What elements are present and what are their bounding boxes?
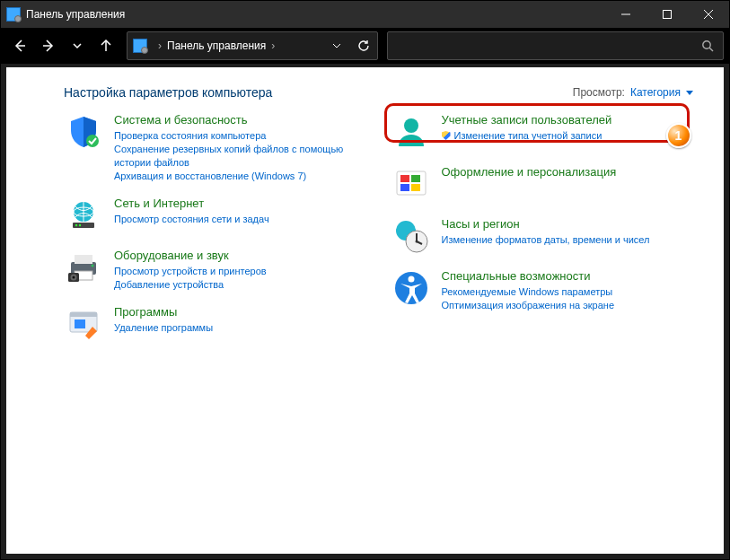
svg-point-35 [415,241,418,243]
forward-button[interactable] [35,32,62,59]
minimize-button[interactable] [605,1,646,28]
category-title[interactable]: Сеть и Интернет [114,196,370,212]
svg-point-18 [92,265,94,267]
view-value: Категория [630,86,681,99]
svg-point-21 [73,276,75,279]
category-title[interactable]: Система и безопасность [114,112,370,128]
view-label: Просмотр: [573,86,625,99]
category-link[interactable]: Просмотр устройств и принтеров [114,265,370,278]
svg-rect-23 [70,312,97,317]
category-link[interactable]: Удаление программы [114,321,370,335]
close-button[interactable] [688,1,729,28]
category-clock: Часы и регион Изменение форматов даты, в… [391,216,698,256]
appearance-icon [391,164,431,204]
category-programs: Программы Удаление программы [64,304,370,344]
window-title: Панель управления [26,8,605,21]
category-title[interactable]: Специальные возможности [442,268,698,284]
category-link[interactable]: Просмотр состояния сети и задач [114,213,370,226]
svg-line-8 [709,48,713,51]
category-title[interactable]: Учетные записи пользователей [442,112,698,128]
svg-rect-27 [400,175,409,182]
user-icon [391,112,431,152]
printer-icon [64,248,103,287]
category-system: Система и безопасность Проверка состояни… [64,112,370,183]
app-icon [1,7,26,22]
svg-point-37 [408,276,414,283]
svg-point-14 [79,224,81,226]
address-dropdown-button[interactable] [323,32,350,59]
category-appearance: Оформление и персонализация [391,164,698,204]
breadcrumb[interactable]: › Панель управления › [153,39,323,52]
navigation-bar: › Панель управления › [1,28,729,64]
svg-point-13 [75,224,77,226]
recent-locations-button[interactable] [64,32,91,59]
svg-rect-26 [397,171,426,195]
category-users: Учетные записи пользователей Изменение т… [391,112,698,152]
category-link[interactable]: Изменение типа учетной записи [442,129,698,143]
title-bar: Панель управления [1,1,729,28]
svg-point-25 [404,118,418,133]
chevron-down-icon [686,91,693,95]
address-icon [128,39,153,53]
category-title[interactable]: Оформление и персонализация [442,164,698,180]
category-link[interactable]: Изменение форматов даты, времени и чисел [442,233,698,247]
category-link[interactable]: Сохранение резервных копий файлов с помо… [114,143,370,170]
chevron-right-icon: › [158,39,162,52]
svg-rect-30 [411,184,420,191]
accessibility-icon [391,268,431,308]
category-link[interactable]: Оптимизация изображения на экране [442,299,698,312]
svg-rect-28 [411,175,420,182]
category-title[interactable]: Оборудование и звук [114,248,370,264]
svg-point-9 [86,135,99,147]
back-button[interactable] [6,32,33,59]
programs-icon [64,304,103,344]
maximize-button[interactable] [646,1,688,28]
shield-icon [64,112,103,152]
refresh-button[interactable] [350,32,377,59]
svg-rect-29 [400,184,409,191]
category-link[interactable]: Проверка состояния компьютера [114,129,370,143]
category-title[interactable]: Программы [114,304,370,320]
chevron-right-icon: › [271,39,275,52]
category-link[interactable]: Архивация и восстановление (Windows 7) [114,170,370,183]
annotation-badge: 1 [666,123,691,148]
category-ease: Специальные возможности Рекомендуемые Wi… [391,268,698,312]
up-button[interactable] [92,32,119,59]
content-area: Настройка параметров компьютера Просмотр… [6,67,724,554]
view-dropdown[interactable]: Категория [630,86,693,99]
category-link[interactable]: Рекомендуемые Windows параметры [442,285,698,299]
address-bar[interactable]: › Панель управления › [127,31,378,60]
breadcrumb-root[interactable]: Панель управления [167,39,266,52]
svg-rect-24 [75,319,85,328]
svg-rect-1 [664,11,672,19]
category-link[interactable]: Добавление устройства [114,278,370,292]
search-input[interactable] [387,31,724,60]
category-title[interactable]: Часы и регион [442,216,698,232]
page-title: Настройка параметров компьютера [64,85,573,100]
network-icon [64,196,103,235]
category-hardware: Оборудование и звук Просмотр устройств и… [64,248,370,292]
svg-point-7 [703,41,710,48]
search-icon [701,39,714,52]
category-network: Сеть и Интернет Просмотр состояния сети … [64,196,370,235]
svg-rect-16 [75,255,92,264]
clock-icon [391,216,431,256]
